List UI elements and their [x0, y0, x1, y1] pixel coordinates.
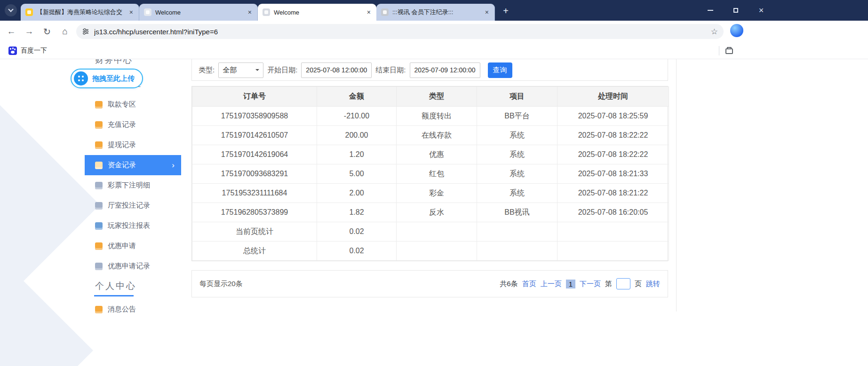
table-cell: 2025-07-08 18:22:22 — [557, 126, 669, 145]
tab-close-icon[interactable]: × — [484, 8, 490, 16]
page-jump-input[interactable] — [616, 278, 630, 289]
promo-apply-record-icon — [95, 263, 103, 270]
table-cell: 红包 — [397, 164, 477, 184]
upload-hint-label: 拖拽至此上传 — [92, 74, 135, 83]
first-page-link[interactable]: 首页 — [522, 280, 536, 288]
type-select[interactable]: 全部 — [218, 62, 263, 78]
forward-icon[interactable]: → — [21, 21, 38, 42]
sidebar-section-personal[interactable]: 个人中心 — [95, 280, 136, 292]
table-cell: 系统 — [477, 126, 557, 145]
tab[interactable]: 【新提醒】海燕策略论坛综合交× — [21, 4, 139, 21]
sidebar-item[interactable]: 彩票下注明细 — [85, 175, 181, 195]
page-favicon — [263, 8, 270, 16]
bookmark-baidu[interactable]: 百度一下 — [6, 45, 50, 57]
maximize-button[interactable] — [725, 0, 747, 21]
sidebar-item-announcements[interactable]: 消息公告 — [85, 299, 181, 319]
page-content: 财务中心 取款专区充值记录提现记录资金记录›彩票下注明细厅室投注记录玩家投注报表… — [0, 59, 868, 366]
table-cell: 2025-07-08 18:25:59 — [557, 107, 669, 126]
end-date-input[interactable] — [410, 62, 480, 78]
baidu-favicon — [8, 47, 17, 55]
cashout-record-icon — [95, 141, 103, 149]
table-row: 1751970358909588-210.00额度转出BB平台2025-07-0… — [192, 107, 669, 126]
other-bookmarks-folder-icon[interactable] — [725, 48, 733, 54]
background-triangle — [0, 257, 93, 366]
column-header: 类型 — [397, 87, 477, 107]
close-window-button[interactable]: × — [750, 0, 772, 21]
table-cell: 系统 — [477, 164, 557, 184]
table-cell: 1751962805373899 — [192, 203, 317, 222]
profile-avatar[interactable] — [730, 24, 743, 37]
tab[interactable]: Welcome× — [139, 4, 258, 21]
sidebar-item[interactable]: 充值记录 — [85, 115, 181, 135]
sidebar-item[interactable]: 优惠申请记录 — [85, 256, 181, 276]
type-select-value: 全部 — [223, 66, 237, 75]
player-bet-report-icon — [95, 222, 103, 230]
jump-link[interactable]: 跳转 — [646, 280, 660, 288]
sidebar-item[interactable]: 资金记录› — [85, 155, 181, 175]
sidebar-item-label: 优惠申请 — [108, 241, 136, 250]
tab-close-icon[interactable]: × — [247, 8, 253, 16]
tab-close-icon[interactable]: × — [366, 8, 372, 16]
tab-bar: 【新提醒】海燕策略论坛综合交×Welcome×Welcome×:::视讯 会员下… — [0, 0, 868, 21]
table-cell: 彩金 — [397, 184, 477, 203]
new-tab-button[interactable]: + — [500, 5, 512, 17]
table-cell: 系统 — [477, 184, 557, 203]
table-cell: 额度转出 — [397, 107, 477, 126]
bookmark-star-icon[interactable]: ☆ — [711, 27, 718, 37]
site-info-icon[interactable] — [82, 28, 89, 35]
total-count-text: 共6条 — [500, 280, 518, 288]
hall-bet-record-icon — [95, 202, 103, 210]
withdraw-zone-icon — [95, 101, 103, 109]
column-header: 订单号 — [192, 87, 317, 107]
sidebar-item-label: 资金记录 — [108, 161, 136, 170]
reload-icon[interactable]: ↻ — [39, 21, 56, 42]
table-cell: 2025-07-08 18:21:33 — [557, 164, 669, 184]
table-cell: 总统计 — [192, 241, 317, 261]
table-cell: 在线存款 — [397, 126, 477, 145]
funds-record-icon — [95, 162, 103, 169]
url-text: js13.cc/hhcp/usercenter.html?iniType=6 — [94, 28, 706, 36]
query-button[interactable]: 查询 — [488, 62, 512, 78]
page-favicon — [144, 8, 151, 16]
table-row: 当前页统计0.02 — [192, 222, 669, 241]
tab[interactable]: :::视讯 会员下注纪录:::× — [376, 4, 495, 21]
start-date-input[interactable] — [301, 62, 372, 78]
table-row: 17519628053738991.82反水BB视讯2025-07-08 16:… — [192, 203, 669, 222]
tab-search-button[interactable] — [5, 4, 17, 16]
next-page-link[interactable]: 下一页 — [580, 280, 601, 288]
sidebar-item[interactable]: 提现记录 — [85, 135, 181, 155]
minimize-button[interactable] — [700, 0, 721, 21]
pagination-bar: 每页显示20条 共6条 首页 上一页 1 下一页 第 页 跳转 — [191, 270, 668, 297]
section-underline — [94, 295, 134, 296]
sidebar-item-label: 玩家投注报表 — [108, 221, 150, 230]
drag-upload-target[interactable]: 拖拽至此上传 — [71, 69, 143, 88]
sidebar-item[interactable]: 厅室投注记录 — [85, 195, 181, 216]
browser-window: 【新提醒】海燕策略论坛综合交×Welcome×Welcome×:::视讯 会员下… — [0, 0, 868, 366]
content-right-divider — [676, 59, 677, 311]
pagination-controls: 共6条 首页 上一页 1 下一页 第 页 跳转 — [500, 278, 660, 289]
sidebar-item[interactable]: 优惠申请 — [85, 236, 181, 256]
sidebar-item[interactable]: 玩家投注报表 — [85, 216, 181, 236]
lottery-bet-detail-icon — [95, 182, 103, 189]
tab[interactable]: Welcome× — [258, 4, 376, 21]
tab-close-icon[interactable]: × — [128, 8, 134, 16]
current-page-indicator[interactable]: 1 — [566, 280, 575, 288]
prev-page-link[interactable]: 上一页 — [541, 280, 562, 288]
table-cell: 200.00 — [317, 126, 397, 145]
back-icon[interactable]: ← — [3, 21, 20, 42]
table-cell: -210.00 — [317, 107, 397, 126]
forum-favicon — [25, 8, 33, 16]
sidebar-item-label: 消息公告 — [108, 305, 136, 314]
tab-title: :::视讯 会员下注纪录::: — [392, 8, 480, 16]
announcement-icon — [95, 306, 103, 313]
video-favicon — [381, 8, 389, 16]
select-arrow-icon — [255, 69, 259, 73]
home-icon[interactable]: ⌂ — [56, 21, 73, 42]
address-bar[interactable]: js13.cc/hhcp/usercenter.html?iniType=6 ☆ — [76, 24, 724, 39]
sidebar-item[interactable]: 取款专区 — [85, 94, 181, 115]
sidebar-item-label: 优惠申请记录 — [108, 262, 150, 271]
column-header: 项目 — [477, 87, 557, 107]
bookmarks-bar: 百度一下 — [0, 42, 868, 59]
page-suffix-label: 页 — [635, 280, 642, 288]
table-cell: 优惠 — [397, 145, 477, 164]
